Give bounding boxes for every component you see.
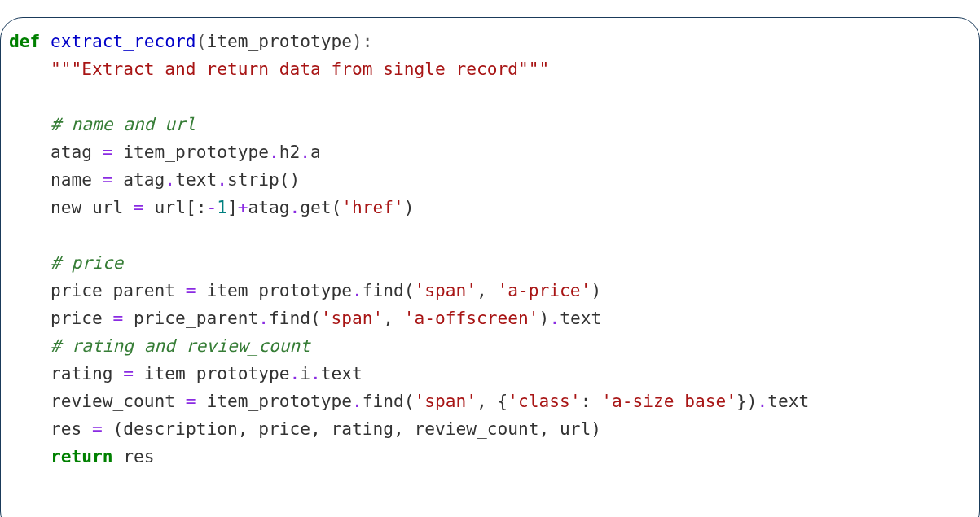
code-line: price_parent = item_prototype.find('span… — [9, 280, 601, 300]
code-token: text — [321, 363, 363, 383]
code-line: """Extract and return data from single r… — [9, 59, 549, 79]
code-token: 'a-price' — [498, 280, 591, 300]
code-token: }) — [736, 391, 758, 411]
code-token: = — [103, 142, 113, 162]
code-token: item_prototype — [196, 391, 352, 411]
code-line: return res — [9, 446, 155, 467]
code-token: price_parent — [123, 308, 258, 328]
code-token: 'a-offscreen' — [404, 308, 539, 328]
code-token: ) — [404, 197, 415, 217]
code-token: find( — [269, 308, 321, 328]
code-token: review_count — [51, 391, 186, 411]
code-line: name = atag.text.strip() — [9, 169, 300, 190]
code-token: text — [175, 169, 217, 190]
code-token: price_parent — [51, 280, 186, 300]
code-line: atag = item_prototype.h2.a — [9, 142, 321, 162]
code-token: 'span' — [415, 280, 477, 300]
code-token: # name and url — [51, 114, 196, 134]
code-token: . — [269, 142, 279, 162]
code-token: (description, price, rating, review_coun… — [103, 418, 601, 439]
code-token: 'href' — [341, 197, 404, 217]
code-line: res = (description, price, rating, revie… — [9, 418, 601, 439]
code-token: . — [352, 280, 363, 300]
code-token: . — [310, 363, 321, 383]
code-token: name — [51, 169, 103, 190]
code-token: text — [560, 308, 601, 328]
code-token: find( — [363, 280, 415, 300]
code-token: url[: — [144, 197, 207, 217]
code-token: . — [549, 308, 560, 328]
code-token: . — [258, 308, 269, 328]
code-token: a — [310, 142, 321, 162]
code-token: h2 — [279, 142, 301, 162]
code-token: return — [51, 446, 113, 467]
code-token: text — [767, 391, 809, 411]
code-token: . — [300, 142, 310, 162]
code-token: find( — [363, 391, 415, 411]
code-token: get( — [300, 197, 341, 217]
code-token: = — [92, 418, 103, 439]
code-token: 'span' — [415, 391, 477, 411]
code-token: 'a-size base' — [601, 391, 736, 411]
code-token: = — [113, 308, 124, 328]
code-token: item_prototype — [134, 363, 289, 383]
code-token: atag — [113, 169, 165, 190]
code-token: ) — [591, 280, 601, 300]
code-token: res — [51, 418, 92, 439]
code-line: rating = item_prototype.i.text — [9, 363, 363, 383]
code-line: # name and url — [9, 114, 196, 134]
code-token: extract_record — [51, 31, 196, 51]
code-token: new_url — [51, 197, 134, 217]
code-token: ( — [196, 31, 207, 51]
code-token: = — [123, 363, 134, 383]
code-token: : — [581, 391, 602, 411]
code-token: . — [758, 391, 768, 411]
code-line: new_url = url[:-1]+atag.get('href') — [9, 197, 415, 217]
code-line: # price — [9, 252, 123, 273]
code-token: = — [103, 169, 113, 190]
code-token: 1 — [217, 197, 227, 217]
code-token: = — [186, 391, 196, 411]
code-token: i — [300, 363, 310, 383]
code-token: , { — [477, 391, 508, 411]
code-token: ): — [352, 31, 373, 51]
code-token: # rating and review_count — [51, 335, 310, 356]
code-token: res — [113, 446, 155, 467]
code-token: . — [217, 169, 227, 190]
code-token: rating — [51, 363, 123, 383]
code-token: 'span' — [321, 308, 384, 328]
code-block: def extract_record(item_prototype): """E… — [0, 17, 980, 517]
code-token: . — [352, 391, 363, 411]
code-line: def extract_record(item_prototype): — [9, 31, 373, 51]
code-token: . — [289, 363, 300, 383]
code-token: atag — [51, 142, 103, 162]
code-token: item_prototype — [196, 280, 352, 300]
code-token: 'class' — [508, 391, 580, 411]
code-token: strip() — [227, 169, 300, 190]
code-token — [40, 31, 51, 51]
code-token: , — [477, 280, 498, 300]
code-token: # price — [51, 252, 123, 273]
code-token: item_prototype — [113, 142, 269, 162]
code-token: . — [290, 197, 301, 217]
code-token: = — [186, 280, 196, 300]
code-token: - — [206, 197, 217, 217]
code-token: atag — [248, 197, 289, 217]
code-token: ] — [227, 197, 238, 217]
code-line: # rating and review_count — [9, 335, 310, 356]
code-token: + — [238, 197, 248, 217]
code-token: def — [9, 31, 40, 51]
code-line: review_count = item_prototype.find('span… — [9, 391, 809, 411]
code-token: item_prototype — [206, 31, 352, 51]
code-token: = — [134, 197, 144, 217]
code-line: price = price_parent.find('span', 'a-off… — [9, 308, 601, 328]
code-token: , — [383, 308, 404, 328]
code-token: """Extract and return data from single r… — [51, 59, 549, 79]
code-token: . — [165, 169, 175, 190]
code-token: price — [51, 308, 113, 328]
code-token: ) — [539, 308, 550, 328]
